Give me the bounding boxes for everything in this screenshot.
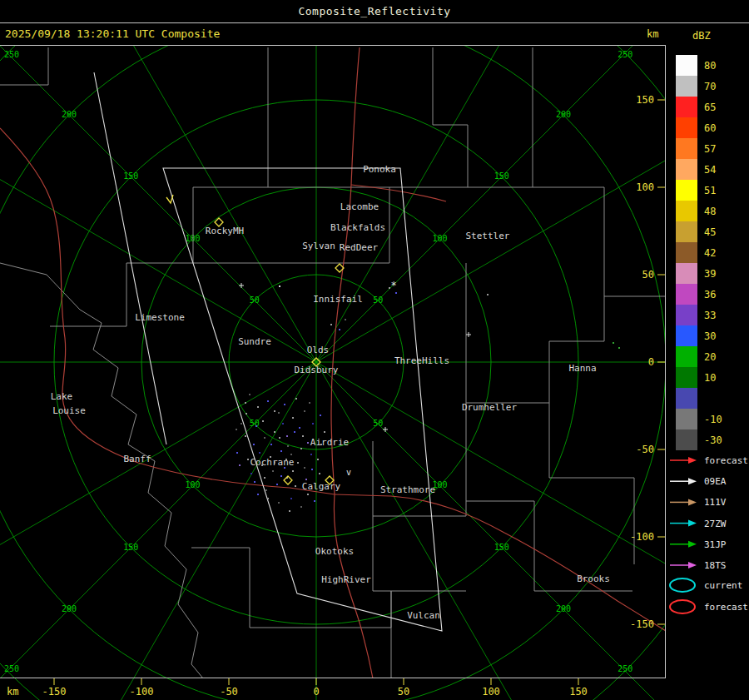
county-boundary xyxy=(250,551,391,628)
radar-echo xyxy=(284,404,285,405)
city-label: Okotoks xyxy=(315,546,354,557)
window-title: Composite_Reflectivity xyxy=(298,5,450,17)
dbz-scale-value: -10 xyxy=(704,414,722,425)
status-bar: 2025/09/18 13:20:11 UTC Composite km dBZ xyxy=(0,23,749,45)
radar-echo xyxy=(395,292,397,294)
range-ring-label: 100 xyxy=(432,234,447,243)
x-axis-label: 50 xyxy=(398,686,409,698)
city-label: Olds xyxy=(307,345,330,355)
radar-echo xyxy=(304,410,305,412)
legend-label: current xyxy=(704,580,742,591)
city-label: Vulcan xyxy=(407,610,440,621)
radar-echo xyxy=(278,412,280,414)
range-ring-label: 150 xyxy=(494,171,509,181)
city-label: ThreeHills xyxy=(394,355,449,366)
dbz-scale-value: 57 xyxy=(704,143,716,155)
radar-echo xyxy=(245,402,246,404)
dbz-scale-block xyxy=(676,346,697,367)
dbz-scale-value: 10 xyxy=(704,372,716,384)
city-label: Sylvan xyxy=(302,241,335,251)
radar-echo xyxy=(319,473,320,474)
range-ring-label: 100 xyxy=(185,480,200,489)
radar-echo xyxy=(295,485,296,487)
radar-echo xyxy=(280,475,282,477)
city-label: Stettler xyxy=(466,231,510,241)
radar-echo xyxy=(272,470,274,472)
radar-echo xyxy=(320,415,321,416)
dbz-scale-value: 70 xyxy=(704,81,716,92)
legend-ellipse-icon xyxy=(670,578,695,592)
scale-unit-label: dBZ xyxy=(692,30,711,42)
city-label: Sundre xyxy=(238,336,271,347)
legend-label: 18TS xyxy=(704,560,727,571)
radar-echo xyxy=(310,454,312,455)
radar-echo xyxy=(295,398,297,400)
legend-ellipse-icon xyxy=(670,600,695,613)
dbz-scale-block xyxy=(676,367,697,388)
dbz-scale-value: 48 xyxy=(704,206,716,217)
city-label: Didsbury xyxy=(295,365,339,375)
city-label: Innisfail xyxy=(313,294,363,305)
radar-echo xyxy=(250,473,252,474)
radar-echo xyxy=(280,450,282,452)
highway-line xyxy=(334,494,373,678)
range-ring-label: 50 xyxy=(373,295,383,305)
radar-echo xyxy=(297,462,299,464)
station-v-icon: v xyxy=(346,468,351,477)
range-ring-label: 150 xyxy=(123,171,138,181)
radar-echo xyxy=(254,481,255,483)
dbz-scale-block xyxy=(676,97,697,117)
county-boundary xyxy=(433,47,468,187)
city-label: HighRiver xyxy=(321,574,371,585)
dbz-scale-block xyxy=(676,429,697,450)
y-axis-label: 150 xyxy=(636,94,654,106)
dbz-scale-value: 36 xyxy=(704,289,716,300)
radar-echo xyxy=(267,498,269,499)
legend-label: 31JP xyxy=(704,539,727,550)
timestamp-label: 2025/09/18 13:20:11 UTC Composite xyxy=(5,27,220,40)
legend-arrowhead-icon xyxy=(688,541,697,548)
radar-echo xyxy=(264,437,265,439)
city-label: Blackfalds xyxy=(330,222,385,233)
x-axis-label: -50 xyxy=(220,686,238,698)
dbz-scale-value: 54 xyxy=(704,164,716,176)
radar-map[interactable]: km 5010015020025050100150200250501001502… xyxy=(0,45,666,700)
radar-echo xyxy=(302,435,304,437)
highway-line xyxy=(331,47,360,494)
radar-echo xyxy=(294,431,295,433)
city-label: Drumheller xyxy=(462,402,518,413)
city-label: Louise xyxy=(52,405,86,416)
dbz-scale-value: 80 xyxy=(704,60,716,72)
radar-echo xyxy=(279,437,280,439)
highway-line xyxy=(0,128,335,494)
y-axis-unit-label: km xyxy=(647,28,658,40)
radar-echo xyxy=(264,477,265,479)
range-ring-label: 50 xyxy=(250,295,260,305)
radar-echo xyxy=(278,502,280,504)
dbz-scale-value: 33 xyxy=(704,310,716,321)
dbz-scale-value: 30 xyxy=(704,330,716,342)
radar-echo xyxy=(253,444,255,445)
dbz-scale-value: 51 xyxy=(704,185,716,196)
legend-label: forecast xyxy=(704,602,748,613)
dbz-scale-block xyxy=(676,117,697,138)
city-label: Cochrane xyxy=(250,457,295,468)
y-axis-label: -150 xyxy=(630,618,654,630)
range-ring-label: 250 xyxy=(618,50,632,59)
station-plus-icon xyxy=(466,332,471,337)
radar-echo xyxy=(304,467,305,469)
legend-label: 27ZW xyxy=(704,519,727,529)
x-axis-label: -100 xyxy=(130,686,154,698)
city-label: Lacombe xyxy=(340,201,379,212)
legend-label: 09EA xyxy=(704,476,727,487)
radar-echo xyxy=(257,406,259,408)
legend-arrowhead-icon xyxy=(688,457,697,464)
radar-echo xyxy=(257,494,259,495)
radar-echo xyxy=(290,454,292,455)
radar-echo xyxy=(312,423,314,424)
scan-sector-outline xyxy=(163,168,442,631)
dbz-scale-block xyxy=(676,409,697,429)
dbz-scale-block xyxy=(676,221,697,242)
county-boundary xyxy=(50,187,193,326)
range-ring-label: 200 xyxy=(62,604,77,613)
